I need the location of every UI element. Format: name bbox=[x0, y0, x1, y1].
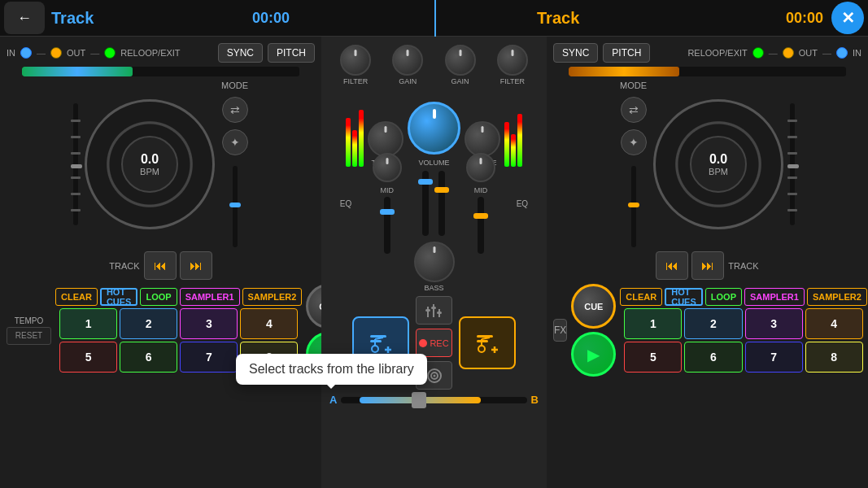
sampler1-btn-left[interactable]: SAMPLER1 bbox=[180, 288, 240, 306]
vol-fader-handle-left[interactable] bbox=[380, 209, 395, 215]
pitch-mark-3-left bbox=[71, 152, 81, 155]
hot-cues-btn-left[interactable]: HOT CUES bbox=[100, 288, 138, 306]
loop-btn-right[interactable]: LOOP bbox=[705, 288, 742, 306]
gain-left-knob[interactable] bbox=[392, 45, 423, 76]
pad-6-left[interactable]: 6 bbox=[120, 342, 177, 373]
mode-icon-scratch-right[interactable]: ✦ bbox=[621, 129, 647, 155]
filter-right-knob[interactable] bbox=[497, 45, 528, 76]
pitch-handle-left[interactable] bbox=[71, 164, 82, 168]
cue-button-right[interactable]: CUE bbox=[571, 284, 616, 329]
pad-1-right[interactable]: 1 bbox=[624, 308, 682, 339]
track-next-right[interactable]: ⏭ bbox=[691, 251, 724, 280]
pad-5-left[interactable]: 5 bbox=[59, 342, 117, 373]
track-prev-left[interactable]: ⏮ bbox=[144, 251, 177, 280]
treble-right-knob[interactable] bbox=[465, 121, 500, 157]
sync-btn-left[interactable]: SYNC bbox=[218, 43, 263, 63]
mode-icon-swap-left[interactable]: ⇄ bbox=[222, 97, 248, 123]
svg-line-4 bbox=[375, 338, 383, 339]
eq-bar-3-right bbox=[517, 114, 522, 167]
mode-icon-scratch-left[interactable]: ✦ bbox=[222, 129, 248, 155]
bass-knob[interactable] bbox=[414, 242, 455, 282]
svg-rect-10 bbox=[425, 309, 430, 312]
reloop-led-right[interactable] bbox=[752, 47, 764, 59]
pad-4-right[interactable]: 4 bbox=[805, 308, 863, 339]
crossfader-handle[interactable] bbox=[412, 392, 426, 408]
out-led-right[interactable] bbox=[783, 47, 794, 59]
tempo-handle-right[interactable] bbox=[628, 203, 639, 207]
time-display-right: 00:00 bbox=[786, 10, 823, 27]
mode-icon-swap-right[interactable]: ⇄ bbox=[621, 97, 647, 123]
close-button[interactable]: ✕ bbox=[831, 2, 864, 34]
hot-cues-btn-right[interactable]: HOT CUES bbox=[665, 288, 703, 306]
out-led-left[interactable] bbox=[50, 47, 62, 59]
pitch-btn-right[interactable]: PITCH bbox=[603, 43, 650, 63]
pitch-marks-left bbox=[73, 103, 78, 225]
sampler2-btn-right[interactable]: SAMPLER2 bbox=[807, 288, 867, 306]
pad-1-left[interactable]: 1 bbox=[59, 308, 117, 339]
orange-vol-fader-handle[interactable] bbox=[434, 187, 449, 193]
reloop-led-left[interactable] bbox=[104, 47, 116, 59]
pitch-handle-right[interactable] bbox=[787, 164, 799, 168]
pad-6-right[interactable]: 6 bbox=[684, 342, 742, 373]
track-nav-label-left: TRACK bbox=[109, 261, 139, 271]
equalizer-btn[interactable] bbox=[416, 296, 452, 325]
pitch-btn-left[interactable]: PITCH bbox=[268, 43, 315, 63]
fx-btn-right[interactable]: FX bbox=[553, 319, 567, 342]
gain-right-group: GAIN bbox=[445, 45, 476, 85]
rec-btn[interactable]: REC bbox=[416, 329, 452, 357]
filter-left-knob[interactable] bbox=[340, 45, 371, 76]
in-led-right[interactable] bbox=[836, 47, 848, 59]
reset-btn-left[interactable]: RESET bbox=[7, 327, 51, 345]
crossfader-b-label: B bbox=[531, 394, 539, 406]
clear-btn-right[interactable]: CLEAR bbox=[620, 288, 662, 306]
in-led-left[interactable] bbox=[20, 47, 32, 59]
cue-tabs-left: CLEAR HOT CUES LOOP SAMPLER1 SAMPLER2 bbox=[55, 288, 302, 306]
eq-right-label: EQ bbox=[517, 199, 528, 208]
pad-5-right[interactable]: 5 bbox=[624, 342, 682, 373]
blue-vol-fader-handle[interactable] bbox=[418, 179, 433, 185]
track-prev-right[interactable]: ⏮ bbox=[656, 251, 688, 280]
pad-2-left[interactable]: 2 bbox=[120, 308, 177, 339]
volume-label: VOLUME bbox=[418, 159, 449, 167]
turntable-right[interactable]: 0.0 BPM bbox=[653, 99, 783, 229]
pad-3-left[interactable]: 3 bbox=[180, 308, 238, 339]
deck-right-inout: RELOOP/EXIT — OUT — IN bbox=[687, 47, 861, 59]
track-next-left[interactable]: ⏭ bbox=[180, 251, 212, 280]
tempo-label-left: TEMPO bbox=[15, 316, 44, 325]
loop-btn-left[interactable]: LOOP bbox=[140, 288, 177, 306]
pad-4-left[interactable]: 4 bbox=[240, 308, 298, 339]
back-button[interactable]: ← bbox=[4, 2, 45, 34]
vol-fader-handle-right[interactable] bbox=[473, 213, 488, 219]
mid-left-knob[interactable] bbox=[373, 153, 402, 182]
pad-8-right[interactable]: 8 bbox=[805, 342, 863, 373]
sync-btn-right[interactable]: SYNC bbox=[553, 43, 598, 63]
pitch-mark-2-left bbox=[71, 136, 81, 138]
treble-left-knob[interactable] bbox=[368, 121, 403, 157]
play-button-right[interactable]: ▶ bbox=[571, 332, 616, 377]
tempo-handle-left[interactable] bbox=[229, 203, 241, 207]
out-label-left: OUT bbox=[67, 48, 85, 58]
filter-left-label: FILTER bbox=[343, 77, 368, 85]
mid-right-knob[interactable] bbox=[466, 153, 495, 182]
svg-line-20 bbox=[482, 338, 490, 339]
track-nav-label-right: TRACK bbox=[728, 261, 758, 271]
mode-icons-right: MODE ⇄ ✦ bbox=[620, 81, 647, 247]
pad-7-right[interactable]: 7 bbox=[745, 342, 803, 373]
track-label-right: Track bbox=[537, 9, 579, 28]
pad-2-right[interactable]: 2 bbox=[684, 308, 742, 339]
pad-7-left[interactable]: 7 bbox=[180, 342, 238, 373]
sampler1-btn-right[interactable]: SAMPLER1 bbox=[744, 288, 805, 306]
sampler2-btn-left[interactable]: SAMPLER2 bbox=[242, 288, 303, 306]
clear-btn-left[interactable]: CLEAR bbox=[55, 288, 98, 306]
pad-3-right[interactable]: 3 bbox=[745, 308, 803, 339]
music-add-btn-right[interactable] bbox=[459, 316, 516, 369]
volume-knob[interactable] bbox=[408, 102, 460, 155]
gain-right-knob[interactable] bbox=[445, 45, 476, 76]
filter-left-group: FILTER bbox=[340, 45, 371, 85]
music-add-icon-left bbox=[367, 329, 395, 357]
svg-rect-11 bbox=[431, 307, 436, 309]
mixer: FILTER GAIN GAIN FILTER bbox=[321, 37, 547, 488]
eq-meter-left bbox=[346, 102, 364, 167]
tempo-track-left bbox=[233, 166, 238, 247]
turntable-left[interactable]: 0.0 BPM bbox=[85, 99, 215, 229]
